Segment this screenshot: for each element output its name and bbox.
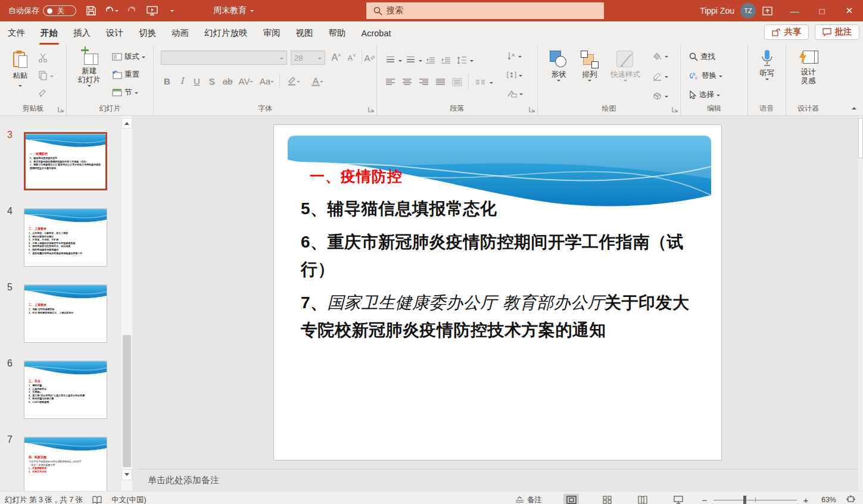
- text-shadow-button[interactable]: S: [204, 74, 219, 88]
- font-name-combo[interactable]: [161, 51, 287, 65]
- tab-animations[interactable]: 动画: [164, 21, 196, 45]
- shrink-font-button[interactable]: A˅: [344, 51, 359, 65]
- undo-button[interactable]: [101, 0, 121, 21]
- font-dialog-launcher[interactable]: [367, 106, 375, 113]
- language-indicator[interactable]: 中文(中国): [111, 495, 146, 504]
- bold-button[interactable]: B: [160, 74, 175, 88]
- slide-thumbnail-5[interactable]: 二、上课要求 1、考勤 与平时成绩挂钩 2、作业 按时提交错题订正、上课内容笔记: [24, 284, 107, 343]
- tab-home[interactable]: 开始: [33, 21, 65, 45]
- ribbon-display-options-button[interactable]: [753, 0, 781, 21]
- line-spacing-button[interactable]: [454, 53, 469, 67]
- bullets-button[interactable]: [383, 53, 397, 67]
- select-button[interactable]: 选择: [689, 90, 720, 100]
- fit-to-window-button[interactable]: [841, 495, 861, 504]
- justify-button[interactable]: [433, 75, 447, 89]
- zoom-slider-thumb[interactable]: [743, 496, 746, 504]
- tab-insert[interactable]: 插入: [66, 21, 98, 45]
- drawing-dialog-launcher[interactable]: [671, 106, 678, 113]
- tab-slideshow[interactable]: 幻灯片放映: [197, 21, 255, 45]
- text-direction-button[interactable]: A: [507, 52, 522, 61]
- notes-pane[interactable]: 单击此处添加备注: [138, 469, 858, 491]
- copy-button[interactable]: [38, 71, 54, 80]
- tab-help[interactable]: 帮助: [322, 21, 353, 45]
- zoom-slider[interactable]: [714, 494, 797, 504]
- autosave-control[interactable]: 自动保存 关: [0, 0, 81, 21]
- slideshow-view-button[interactable]: [671, 494, 686, 504]
- change-case-button[interactable]: Aa: [256, 74, 278, 88]
- columns-button[interactable]: [473, 75, 487, 89]
- font-color-button[interactable]: A: [306, 74, 329, 88]
- format-painter-button[interactable]: [38, 89, 48, 98]
- increase-indent-button[interactable]: [439, 53, 453, 67]
- maximize-button[interactable]: □: [808, 0, 836, 21]
- strikethrough-button[interactable]: ab: [219, 74, 236, 88]
- layout-button[interactable]: 版式: [112, 52, 145, 62]
- paragraph-dialog-launcher[interactable]: [528, 106, 535, 113]
- share-button[interactable]: 共享: [764, 24, 809, 40]
- tab-view[interactable]: 视图: [289, 21, 320, 45]
- zoom-out-button[interactable]: −: [700, 495, 709, 504]
- shape-outline-button[interactable]: [652, 72, 668, 81]
- account-area[interactable]: Tippi Zou TZ: [700, 0, 756, 21]
- notes-placeholder[interactable]: 单击此处添加备注: [138, 475, 219, 486]
- slide-thumbnail-6[interactable]: 三、安全 1、谨防诈骗 2、公寓用电安全 3、互联网+ 4、第六届“安全伴我行”…: [24, 361, 107, 419]
- design-ideas-button[interactable]: 设计灵感: [792, 49, 824, 86]
- tab-review[interactable]: 审阅: [256, 21, 288, 45]
- zoom-level[interactable]: 63%: [815, 496, 836, 504]
- slide-thumbnail-3[interactable]: 一、疫情防控 5、辅导猫信息填报常态化 6、重庆市新冠肺炎疫情防控期间开学工作指…: [24, 132, 107, 190]
- document-title[interactable]: 周末教育: [213, 5, 254, 16]
- slide-body-text[interactable]: 5、辅导猫信息填报常态化 6、重庆市新冠肺炎疫情防控期间开学工作指南（试行） 7…: [301, 195, 693, 350]
- new-slide-button[interactable]: 新建幻灯片: [73, 49, 106, 89]
- slide-thumbnail-4[interactable]: 二、上课要求 1、点名签到、出勤要求，坐位上课好 2、保证在家操作及顺位 3、不…: [24, 208, 107, 267]
- scroll-up-button[interactable]: [121, 118, 132, 129]
- editor-scrollbar[interactable]: [858, 116, 863, 491]
- tab-design[interactable]: 设计: [99, 21, 130, 45]
- notes-toggle-button[interactable]: 备注: [515, 495, 542, 504]
- clear-formatting-button[interactable]: A: [362, 51, 377, 65]
- scrollbar-thumb[interactable]: [123, 335, 131, 467]
- shapes-button[interactable]: 形状: [545, 51, 572, 83]
- align-text-button[interactable]: [507, 71, 522, 79]
- tab-transitions[interactable]: 切换: [132, 21, 163, 45]
- shape-effects-button[interactable]: [652, 92, 668, 100]
- scroll-down-button[interactable]: [121, 469, 132, 480]
- arrange-button[interactable]: 排列: [576, 51, 603, 83]
- search-input[interactable]: 搜索: [366, 2, 604, 19]
- section-button[interactable]: 节: [112, 87, 138, 98]
- highlight-button[interactable]: [282, 74, 306, 88]
- clipboard-dialog-launcher[interactable]: [57, 106, 64, 113]
- slide-thumbnail-7[interactable]: 四、民族宗教 习近平在学校思想政治理论课教师座谈会上的讲话 《求是》发表的重要文…: [24, 437, 107, 491]
- align-center-button[interactable]: [400, 75, 414, 89]
- align-left-button[interactable]: [383, 75, 397, 89]
- spellcheck-book-icon[interactable]: [92, 496, 102, 504]
- find-button[interactable]: 查找: [689, 52, 715, 62]
- scrollbar-thumb[interactable]: [858, 118, 863, 158]
- quick-styles-button[interactable]: 快速样式: [607, 51, 644, 83]
- italic-button[interactable]: I: [175, 74, 189, 88]
- start-slideshow-button[interactable]: [142, 0, 162, 21]
- align-right-button[interactable]: [416, 75, 431, 89]
- character-spacing-button[interactable]: AV: [236, 74, 256, 88]
- decrease-indent-button[interactable]: [423, 53, 438, 67]
- underline-button[interactable]: U: [189, 74, 204, 88]
- autosave-toggle[interactable]: 关: [43, 5, 76, 16]
- collapse-ribbon-button[interactable]: [850, 106, 858, 113]
- close-button[interactable]: ✕: [836, 0, 863, 21]
- customize-qat-button[interactable]: [162, 0, 182, 21]
- normal-view-button[interactable]: [563, 494, 579, 504]
- comments-button[interactable]: 批注: [815, 24, 859, 40]
- numbering-button[interactable]: [403, 53, 418, 67]
- tab-file[interactable]: 文件: [1, 21, 32, 45]
- tab-acrobat[interactable]: Acrobat: [354, 21, 398, 45]
- grow-font-button[interactable]: A˄: [329, 51, 344, 65]
- thumbnail-scrollbar[interactable]: [121, 116, 132, 491]
- minimize-button[interactable]: —: [781, 0, 808, 21]
- dictate-button[interactable]: 听写: [753, 49, 781, 82]
- slide-canvas[interactable]: 一、疫情防控 5、辅导猫信息填报常态化 6、重庆市新冠肺炎疫情防控期间开学工作指…: [274, 125, 721, 460]
- replace-button[interactable]: bc 替换: [689, 71, 722, 81]
- reading-view-button[interactable]: [635, 494, 650, 504]
- zoom-in-button[interactable]: +: [802, 495, 810, 504]
- save-button[interactable]: [81, 0, 101, 21]
- redo-button[interactable]: [121, 0, 142, 21]
- slide-title[interactable]: 一、疫情防控: [310, 167, 403, 186]
